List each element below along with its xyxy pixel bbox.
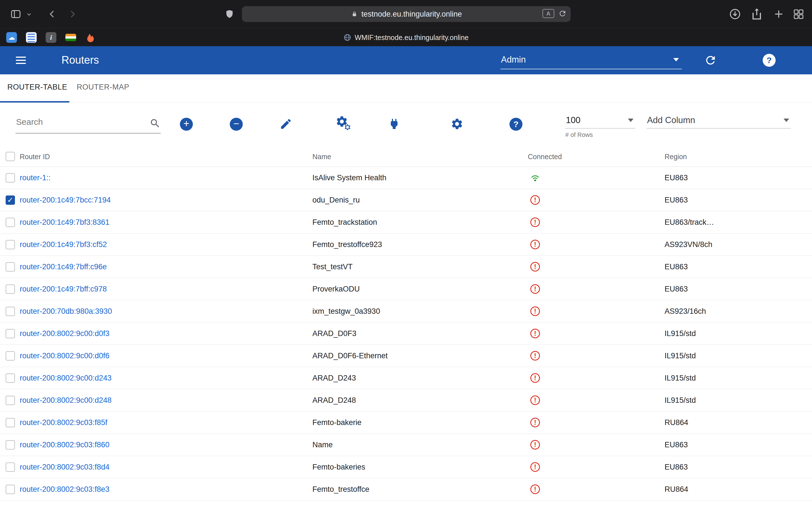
row-checkbox[interactable] [6,440,15,450]
row-checkbox[interactable] [6,307,15,316]
router-table-body: router-1:: IsAlive System Health EU863 r… [0,167,812,501]
router-region: EU863 [665,263,688,271]
privacy-shield-icon[interactable] [224,8,235,20]
row-checkbox[interactable] [6,396,15,405]
user-role-value: Admin [501,55,526,65]
router-id-link[interactable]: router-200:8002:9c00:d0f6 [20,351,109,360]
row-checkbox[interactable] [6,485,15,494]
row-checkbox[interactable] [6,240,15,249]
chevron-down-icon [783,119,789,122]
router-id-link[interactable]: router-200:8002:9c00:d248 [20,396,112,405]
row-checkbox[interactable] [6,218,15,227]
router-id-link[interactable]: router-1:: [20,173,51,182]
table-row: router-1:: IsAlive System Health EU863 [0,167,812,189]
router-id-link[interactable]: router-200:1c49:7bff:c96e [20,263,107,271]
edit-button-icon[interactable] [280,117,292,130]
router-id-link[interactable]: router-200:8002:9c03:f8d4 [20,463,109,471]
router-name: Femto-bakerie [312,418,361,427]
table-help-button[interactable] [509,118,522,131]
row-checkbox[interactable] [6,418,15,427]
row-checkbox[interactable] [6,351,15,360]
row-checkbox[interactable] [6,329,15,338]
connection-error-icon [530,418,540,427]
table-header: Router ID Name Connected Region [0,147,812,167]
back-button-icon[interactable] [47,8,57,20]
row-checkbox[interactable] [6,284,15,294]
router-region: EU863 [665,196,688,205]
tab-router-map[interactable]: ROUTER-MAP [77,83,130,92]
router-region: EU863 [665,285,688,293]
tab-router-table[interactable]: ROUTER-TABLE [7,83,67,92]
router-region: AS923/16ch [665,307,706,316]
active-tab-underline [0,101,69,103]
connected-cell [529,305,541,317]
app-header: Routers Admin [0,46,812,74]
router-region: IL915/std [665,329,696,338]
downloads-icon[interactable] [729,8,741,20]
router-name: odu_Denis_ru [312,196,360,205]
remove-router-button[interactable] [230,118,243,131]
address-bar[interactable]: testnode.eu.thingularity.online A [242,6,571,22]
router-id-link[interactable]: router-200:1c49:7bff:c978 [20,285,107,293]
table-row: router-200:8002:9c03:f85f Femto-bakerie … [0,411,812,434]
select-all-checkbox[interactable] [6,152,15,161]
connected-cell [529,328,541,339]
connect-plug-icon[interactable] [388,117,401,131]
connection-error-icon [530,329,540,338]
connection-error-icon [530,306,540,316]
reload-icon[interactable] [558,9,567,18]
tab-overview-icon[interactable] [793,8,804,20]
search-icon[interactable] [149,118,161,129]
site-globe-icon [343,34,351,41]
connected-cell [529,461,541,473]
row-checkbox[interactable] [6,173,15,182]
refresh-button-icon[interactable] [704,54,717,67]
services-gears-icon[interactable] [336,116,352,132]
connection-error-icon [530,195,540,205]
router-name: ARAD_D0F6-Ethernet [312,351,388,360]
chevron-down-icon [628,119,633,122]
bookmarks-bar: ☁ i WMIF:testnode.eu.thingularity.online [0,28,812,46]
sidebar-toggle-icon[interactable] [10,8,21,20]
router-id-link[interactable]: router-200:1c49:7bcc:7194 [20,196,111,205]
router-id-link[interactable]: router-200:8002:9c00:d243 [20,374,112,383]
add-column-select[interactable]: Add Column [647,112,791,128]
router-region: AS923VN/8ch [665,240,712,249]
router-id-link[interactable]: router-200:8002:9c03:f860 [20,441,109,449]
share-icon[interactable] [751,7,763,21]
router-id-link[interactable]: router-200:1c49:7bf3:cf52 [20,240,107,249]
router-id-link[interactable]: router-200:1c49:7bf3:8361 [20,218,109,227]
connected-cell [529,417,541,428]
table-row: router-200:1c49:7bf3:cf52 Femto_trestoff… [0,233,812,256]
router-id-link[interactable]: router-200:8002:9c03:f8e3 [20,485,109,494]
table-row: router-200:1c49:7bf3:8361 Femto_tracksta… [0,211,812,233]
router-region: IL915/std [665,351,696,360]
rows-per-page-select[interactable]: 100 [565,112,635,128]
router-id-link[interactable]: router-200:70db:980a:3930 [20,307,112,316]
add-router-button[interactable] [180,118,193,131]
search-input[interactable] [16,117,140,127]
forward-button-icon[interactable] [68,8,77,20]
menu-hamburger-icon[interactable] [16,55,26,65]
rows-per-page-caption: # of Rows [565,131,635,138]
active-bookmark-label: WMIF:testnode.eu.thingularity.online [355,34,469,42]
active-bookmark[interactable]: WMIF:testnode.eu.thingularity.online [0,29,812,47]
rows-per-page-value: 100 [566,115,580,125]
connected-cell [529,283,541,295]
sidebar-menu-chevron-icon[interactable] [26,12,32,17]
row-checkbox[interactable] [6,262,15,272]
chevron-down-icon [673,58,679,61]
router-name: Femto_trackstation [312,218,377,227]
help-button[interactable] [763,54,776,67]
page-title: Routers [61,54,99,66]
settings-gear-icon[interactable] [451,117,463,130]
router-id-link[interactable]: router-200:8002:9c03:f85f [20,418,107,427]
translate-icon[interactable]: A [543,9,554,18]
row-checkbox[interactable] [6,462,15,472]
user-role-select[interactable]: Admin [500,51,682,69]
router-id-link[interactable]: router-200:8002:9c00:d0f3 [20,329,109,338]
row-checkbox[interactable] [6,195,15,205]
new-tab-icon[interactable] [773,8,784,20]
row-checkbox[interactable] [6,374,15,383]
connected-cell [529,172,541,183]
